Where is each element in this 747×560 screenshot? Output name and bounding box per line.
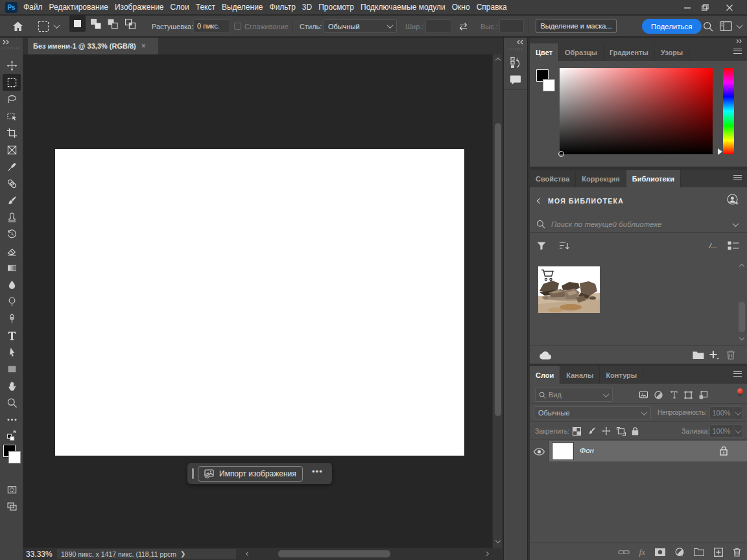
menu-filter[interactable]: Фильтр: [267, 0, 299, 14]
document-close-icon[interactable]: ×: [141, 41, 146, 51]
tab-channels[interactable]: Каналы: [560, 366, 600, 384]
scroll-up-icon[interactable]: [740, 264, 744, 268]
tab-layers[interactable]: Слои: [530, 366, 560, 384]
scroll-right-icon[interactable]: [485, 552, 488, 555]
collapse-panels-button[interactable]: [736, 39, 743, 43]
tool-gradient[interactable]: [0, 259, 23, 276]
tool-dodge[interactable]: [0, 293, 23, 310]
back-chevron-icon[interactable]: [538, 199, 541, 203]
tool-object-selection[interactable]: [0, 108, 23, 124]
fill-dropdown-icon[interactable]: [733, 425, 743, 438]
filter-pixel-layers-button[interactable]: [639, 391, 648, 399]
tool-crop[interactable]: [0, 124, 23, 141]
add-to-selection-button[interactable]: [88, 16, 104, 32]
tool-eyedropper[interactable]: [0, 158, 23, 175]
canvas[interactable]: [55, 149, 464, 456]
lock-all-button[interactable]: [632, 427, 639, 436]
menu-image[interactable]: Изображение: [112, 0, 167, 14]
menu-window[interactable]: Окно: [449, 0, 473, 14]
sort-button[interactable]: [559, 241, 570, 250]
scroll-left-icon[interactable]: [246, 552, 250, 555]
blend-mode-dropdown[interactable]: Обычные: [534, 406, 651, 419]
home-button[interactable]: [12, 16, 23, 37]
width-input[interactable]: [425, 19, 451, 32]
menu-3d[interactable]: 3D: [299, 0, 315, 14]
layer-name[interactable]: Фон: [580, 447, 594, 454]
horizontal-scrollbar-thumb[interactable]: [278, 550, 390, 557]
new-adjustment-layer-button[interactable]: [675, 548, 684, 557]
workspace-switcher[interactable]: [720, 16, 732, 37]
scroll-down-icon[interactable]: [496, 539, 500, 542]
tool-rectangular-marquee[interactable]: [0, 74, 23, 91]
vertical-scrollbar-thumb[interactable]: [495, 123, 501, 416]
restore-button[interactable]: [696, 0, 713, 15]
add-element-button[interactable]: [709, 350, 720, 360]
tab-adjustments[interactable]: Коррекция: [576, 170, 626, 187]
opacity-dropdown-icon[interactable]: [733, 406, 743, 419]
swap-dimensions-button[interactable]: [458, 16, 469, 37]
feather-input[interactable]: [193, 19, 230, 32]
toolbar-expand-button[interactable]: [3, 40, 10, 45]
lock-position-button[interactable]: [602, 426, 611, 436]
lock-transparency-button[interactable]: [573, 427, 581, 436]
hue-slider[interactable]: [723, 68, 734, 154]
color-field-marker[interactable]: [558, 151, 564, 157]
background-color-swatch[interactable]: [8, 451, 21, 463]
tool-type[interactable]: [0, 327, 23, 344]
tool-zoom[interactable]: [0, 394, 23, 411]
tool-spot-healing[interactable]: [0, 175, 23, 192]
delete-layer-button[interactable]: [733, 548, 741, 557]
tool-history-brush[interactable]: [0, 226, 23, 242]
add-layer-mask-button[interactable]: [655, 548, 665, 556]
zoom-level[interactable]: 33.33%: [26, 550, 53, 559]
edit-toolbar-button[interactable]: [0, 411, 23, 428]
tab-libraries[interactable]: Библиотеки: [626, 170, 681, 187]
layer-row-background[interactable]: Фон: [530, 441, 747, 462]
tool-pen[interactable]: [0, 310, 23, 327]
search-button[interactable]: [703, 16, 713, 37]
height-input[interactable]: [499, 19, 524, 32]
filter-adjustment-layers-button[interactable]: [654, 391, 663, 399]
panel-menu-icon[interactable]: [733, 175, 742, 180]
scroll-down-icon[interactable]: [740, 336, 744, 340]
tool-brush[interactable]: [0, 192, 23, 209]
antialias-checkbox[interactable]: [234, 23, 241, 30]
filter-type-layers-button[interactable]: [669, 391, 678, 399]
tab-paths[interactable]: Контуры: [600, 366, 643, 384]
panel-menu-icon[interactable]: [733, 371, 742, 377]
menu-type[interactable]: Текст: [193, 0, 219, 14]
tab-color[interactable]: Цвет: [530, 43, 559, 61]
tool-hand[interactable]: [0, 377, 23, 394]
menu-plugins[interactable]: Подключаемые модули: [357, 0, 449, 14]
menu-edit[interactable]: Редактирование: [46, 0, 112, 14]
link-layers-button[interactable]: [618, 549, 630, 555]
menu-help[interactable]: Справка: [473, 0, 510, 14]
import-image-button[interactable]: Импорт изображения: [198, 466, 303, 482]
minimize-button[interactable]: [679, 0, 696, 15]
style-dropdown[interactable]: Обычный: [324, 19, 397, 33]
lock-pixels-button[interactable]: [587, 427, 596, 436]
fill-value[interactable]: 100%: [709, 425, 733, 438]
comments-panel-button[interactable]: [504, 72, 527, 88]
hue-slider-marker[interactable]: [718, 148, 722, 155]
default-colors-button[interactable]: [0, 428, 23, 442]
expand-panels-button[interactable]: [516, 40, 524, 45]
history-panel-button[interactable]: [504, 54, 527, 70]
panel-menu-icon[interactable]: [733, 49, 742, 54]
new-selection-button[interactable]: [69, 16, 86, 32]
horizontal-scrollbar[interactable]: [254, 549, 500, 559]
delete-button[interactable]: [726, 350, 735, 360]
invite-people-button[interactable]: [726, 193, 739, 206]
layer-filter-toggle[interactable]: [737, 388, 743, 394]
tool-preset[interactable]: [37, 16, 59, 37]
filter-shape-layers-button[interactable]: [684, 391, 693, 399]
quick-mask-button[interactable]: [0, 481, 23, 498]
background-color-swatch[interactable]: [543, 79, 555, 91]
document-info[interactable]: 1890 пикс. x 1417 пикс. (118,11 ppcm ❯: [57, 549, 236, 559]
toolbar-grip[interactable]: [5, 47, 19, 49]
filter-button[interactable]: [537, 242, 546, 250]
tool-move[interactable]: [0, 57, 23, 74]
menu-view[interactable]: Просмотр: [315, 0, 357, 14]
chevron-down-icon[interactable]: [733, 220, 739, 227]
opacity-value[interactable]: 100%: [709, 406, 733, 419]
